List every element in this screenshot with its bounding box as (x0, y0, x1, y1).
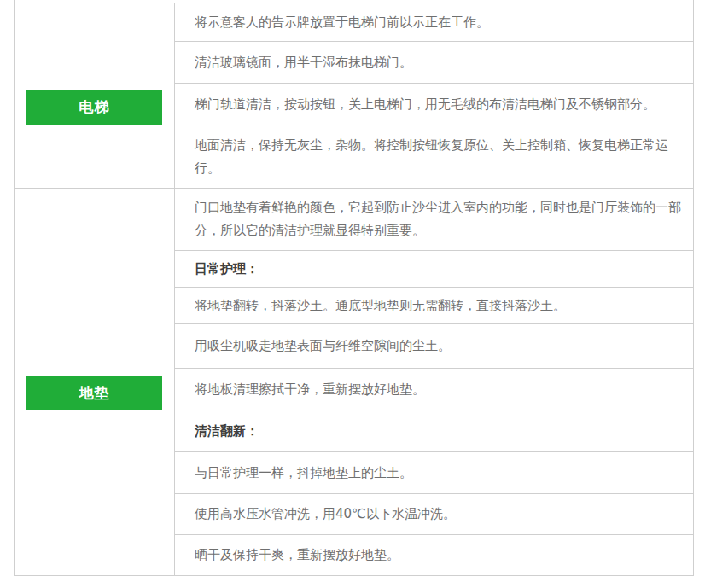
section-rows: 门口地垫有着鲜艳的颜色，它起到防止沙尘进入室内的功能，同时也是门厅装饰的一部分，… (175, 189, 693, 575)
procedure-text: 清洁玻璃镜面，用半干湿布抹电梯门。 (195, 51, 412, 74)
procedure-text: 地面清洁，保持无灰尘，杂物。将控制按钮恢复原位、关上控制箱、恢复电梯正常运行。 (195, 134, 681, 180)
procedure-row: 晒干及保持干爽，重新摆放好地垫。 (175, 535, 693, 575)
procedure-row: 将地板清理擦拭干净，重新摆放好地垫。 (175, 369, 693, 410)
subsection-header-row: 日常护理： (175, 251, 693, 288)
subsection-header-text: 日常护理： (195, 258, 259, 281)
procedure-text: 梯门轨道清洁，按动按钮，关上电梯门，用无毛绒的布清洁电梯门及不锈钢部分。 (195, 93, 655, 116)
procedure-row: 用吸尘机吸走地垫表面与纤维空隙间的尘土。 (175, 324, 693, 369)
procedure-text: 将地垫翻转，抖落沙土。通底型地垫则无需翻转，直接抖落沙土。 (195, 294, 566, 317)
procedure-row: 与日常护理一样，抖掉地垫上的尘土。 (175, 452, 693, 494)
section-rows: 将示意客人的告示牌放置于电梯门前以示正在工作。 清洁玻璃镜面，用半干湿布抹电梯门… (175, 3, 693, 188)
subsection-header-text: 清洁翻新： (195, 420, 259, 443)
elevator-label-badge: 电梯 (26, 90, 162, 125)
section-elevator: 电梯 将示意客人的告示牌放置于电梯门前以示正在工作。 清洁玻璃镜面，用半干湿布抹… (15, 3, 693, 188)
procedure-row: 门口地垫有着鲜艳的颜色，它起到防止沙尘进入室内的功能，同时也是门厅装饰的一部分，… (175, 189, 693, 251)
subsection-header-row: 清洁翻新： (175, 410, 693, 452)
floor-mat-label-badge: 地垫 (26, 376, 162, 410)
procedure-row: 将示意客人的告示牌放置于电梯门前以示正在工作。 (175, 3, 693, 42)
procedure-row: 梯门轨道清洁，按动按钮，关上电梯门，用无毛绒的布清洁电梯门及不锈钢部分。 (175, 84, 693, 125)
procedure-text: 用吸尘机吸走地垫表面与纤维空隙间的尘土。 (195, 335, 451, 358)
procedure-row: 使用高水压水管冲洗，用40℃以下水温冲洗。 (175, 494, 693, 535)
procedure-row: 地面清洁，保持无灰尘，杂物。将控制按钮恢复原位、关上控制箱、恢复电梯正常运行。 (175, 125, 693, 188)
procedure-row: 清洁玻璃镜面，用半干湿布抹电梯门。 (175, 42, 693, 84)
procedure-text: 门口地垫有着鲜艳的颜色，它起到防止沙尘进入室内的功能，同时也是门厅装饰的一部分，… (195, 196, 681, 242)
procedure-text: 与日常护理一样，抖掉地垫上的尘土。 (195, 462, 412, 485)
page: 电梯 将示意客人的告示牌放置于电梯门前以示正在工作。 清洁玻璃镜面，用半干湿布抹… (0, 0, 705, 588)
procedure-text: 使用高水压水管冲洗，用40℃以下水温冲洗。 (195, 503, 456, 526)
procedure-text: 将示意客人的告示牌放置于电梯门前以示正在工作。 (195, 11, 489, 34)
procedure-row: 将地垫翻转，抖落沙土。通底型地垫则无需翻转，直接抖落沙土。 (175, 288, 693, 324)
section-floor-mat: 地垫 门口地垫有着鲜艳的颜色，它起到防止沙尘进入室内的功能，同时也是门厅装饰的一… (15, 188, 693, 575)
cleaning-procedure-table: 电梯 将示意客人的告示牌放置于电梯门前以示正在工作。 清洁玻璃镜面，用半干湿布抹… (14, 0, 694, 576)
section-label-cell: 地垫 (15, 189, 175, 575)
procedure-text: 将地板清理擦拭干净，重新摆放好地垫。 (195, 378, 425, 401)
section-label-cell: 电梯 (15, 3, 175, 188)
procedure-text: 晒干及保持干爽，重新摆放好地垫。 (195, 544, 399, 567)
